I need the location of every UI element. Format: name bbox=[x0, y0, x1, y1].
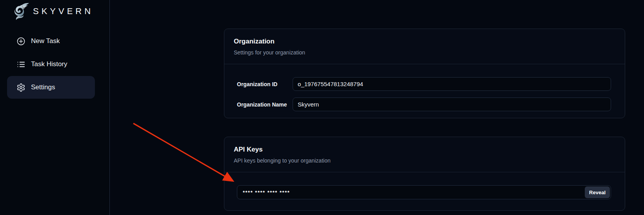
organization-card-header: Organization Settings for your organizat… bbox=[224, 29, 625, 64]
plus-circle-icon bbox=[16, 37, 25, 46]
gear-icon bbox=[16, 83, 25, 92]
sidebar-item-task-history[interactable]: Task History bbox=[7, 53, 95, 76]
sidebar-item-label: Task History bbox=[31, 60, 67, 68]
sidebar-nav: New Task Task History bbox=[0, 30, 109, 99]
organization-card-body: Organization ID Organization Name bbox=[224, 64, 625, 111]
api-keys-card-header: API Keys API keys belonging to your orga… bbox=[224, 137, 625, 172]
brand-title: SKYVERN bbox=[33, 6, 93, 16]
sidebar-item-label: New Task bbox=[31, 37, 60, 45]
organization-id-label: Organization ID bbox=[237, 81, 293, 87]
organization-card-title: Organization bbox=[234, 38, 615, 45]
api-key-field: Reveal bbox=[237, 185, 611, 199]
list-icon bbox=[16, 60, 25, 69]
sidebar-item-label: Settings bbox=[31, 83, 55, 91]
organization-id-input[interactable] bbox=[293, 77, 611, 91]
skyvern-dragon-icon bbox=[11, 2, 30, 21]
api-key-input[interactable] bbox=[237, 185, 611, 199]
sidebar: SKYVERN New Task bbox=[0, 0, 110, 215]
logo-row: SKYVERN bbox=[0, 0, 109, 23]
organization-name-label: Organization Name bbox=[237, 101, 293, 108]
sidebar-item-new-task[interactable]: New Task bbox=[7, 30, 95, 52]
organization-card-subtitle: Settings for your organization bbox=[234, 49, 615, 56]
api-keys-card-subtitle: API keys belonging to your organization bbox=[234, 157, 615, 164]
organization-name-row: Organization Name bbox=[237, 98, 611, 111]
organization-id-row: Organization ID bbox=[237, 77, 611, 91]
reveal-button[interactable]: Reveal bbox=[585, 186, 610, 198]
organization-card: Organization Settings for your organizat… bbox=[224, 29, 625, 118]
sidebar-item-settings[interactable]: Settings bbox=[7, 76, 95, 99]
organization-name-input[interactable] bbox=[293, 98, 611, 111]
api-keys-card-body: Reveal bbox=[224, 172, 625, 199]
api-keys-card-title: API Keys bbox=[234, 146, 615, 154]
api-keys-card: API Keys API keys belonging to your orga… bbox=[224, 137, 625, 211]
